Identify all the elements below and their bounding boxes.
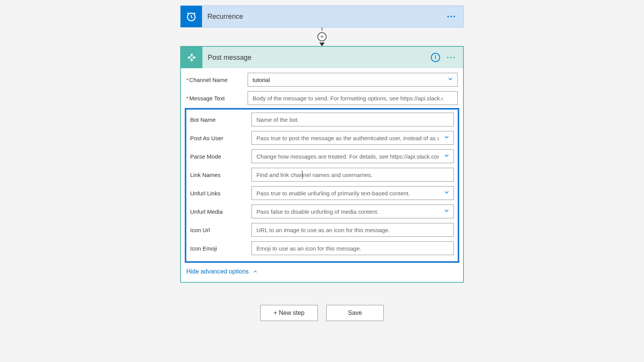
field-post-as-user: Post As User [190, 131, 454, 145]
recurrence-card[interactable]: Recurrence [180, 5, 464, 28]
svg-rect-3 [191, 54, 193, 57]
field-bot-name: Bot Name [190, 113, 454, 126]
channel-name-select[interactable] [248, 73, 458, 87]
field-parse-mode: Parse Mode [190, 149, 454, 163]
footer-actions: + New step Save [260, 305, 384, 321]
new-step-button[interactable]: + New step [260, 305, 318, 321]
text-cursor [302, 170, 302, 179]
bot-name-input[interactable] [251, 113, 454, 126]
field-unfurl-links: Unfurl Links [190, 186, 454, 200]
unfurl-media-select[interactable] [251, 205, 454, 218]
plus-icon: + [320, 34, 324, 40]
hide-advanced-toggle[interactable]: Hide advanced options [181, 268, 463, 282]
slack-icon [181, 47, 202, 68]
recurrence-title: Recurrence [202, 13, 447, 21]
info-icon[interactable]: i [431, 53, 440, 62]
message-text-input[interactable] [248, 91, 458, 105]
svg-rect-2 [193, 57, 196, 59]
chevron-up-icon [253, 269, 258, 274]
field-message-text: *Message Text [186, 91, 458, 105]
post-message-card: Post message i *Channel Name *Message Te… [180, 46, 464, 283]
save-button[interactable]: Save [326, 305, 384, 321]
clock-icon [181, 6, 202, 27]
add-step-button[interactable]: + [317, 32, 327, 41]
link-names-input[interactable] [251, 168, 454, 182]
svg-rect-1 [188, 57, 191, 59]
flow-connector: + [317, 28, 327, 46]
icon-url-input[interactable] [251, 223, 454, 237]
advanced-options-highlight: Bot Name Post As User Parse Mode [185, 108, 459, 263]
field-icon-emoji: Icon Emoji [190, 241, 454, 255]
unfurl-links-select[interactable] [251, 186, 454, 200]
post-message-title: Post message [202, 54, 431, 62]
field-icon-url: Icon Url [190, 223, 454, 237]
parse-mode-select[interactable] [251, 149, 454, 163]
recurrence-menu-button[interactable] [447, 16, 455, 17]
icon-emoji-input[interactable] [251, 241, 454, 255]
svg-rect-4 [191, 59, 193, 62]
arrow-down-icon [319, 43, 325, 46]
field-link-names: Link Names [190, 168, 454, 182]
field-unfurl-media: Unfurl Media [190, 205, 454, 218]
post-message-header[interactable]: Post message i [181, 47, 463, 68]
post-message-menu-button[interactable] [447, 57, 455, 58]
field-channel-name: *Channel Name [186, 73, 458, 87]
post-as-user-select[interactable] [251, 131, 454, 145]
